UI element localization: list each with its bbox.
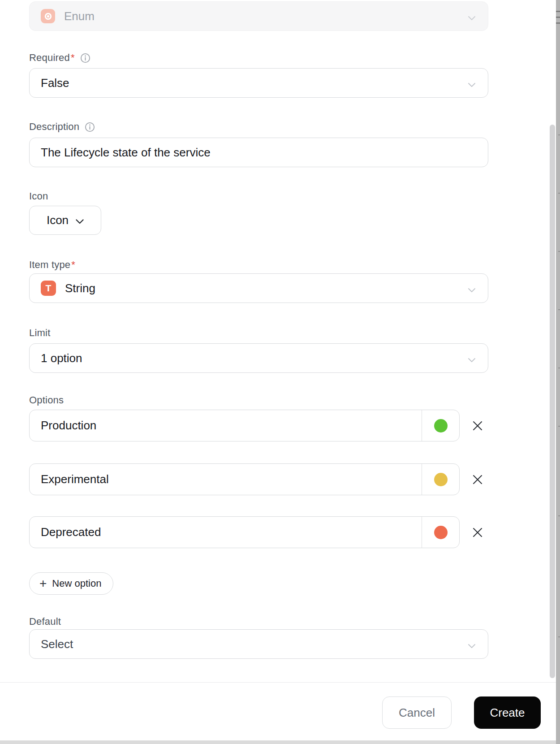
color-swatch [434, 419, 448, 433]
chevron-down-icon [76, 213, 84, 227]
icon-label: Icon [29, 190, 48, 202]
page-background-edge [556, 0, 560, 744]
option-input[interactable]: Deprecated [29, 516, 460, 548]
background-text-fragment [558, 515, 560, 516]
background-text-fragment [558, 193, 560, 194]
color-swatch [434, 526, 448, 539]
background-text-fragment [556, 11, 560, 12]
option-row: Production [29, 410, 488, 441]
background-text-fragment [558, 134, 560, 135]
option-color-picker[interactable] [422, 464, 459, 495]
options-label: Options [29, 394, 64, 406]
description-label: Description [29, 121, 79, 133]
option-color-picker[interactable] [422, 517, 459, 548]
option-input[interactable]: Experimental [29, 463, 460, 495]
chevron-down-icon [468, 76, 475, 90]
item-type-value: String [65, 281, 95, 295]
remove-option-button[interactable] [467, 469, 488, 490]
default-placeholder: Select [41, 637, 73, 651]
cancel-button[interactable]: Cancel [382, 696, 452, 729]
background-text-fragment [558, 636, 560, 637]
limit-select[interactable]: 1 option [29, 343, 488, 373]
required-value: False [41, 76, 69, 90]
default-label: Default [29, 616, 61, 627]
new-option-label: New option [52, 578, 101, 589]
create-button[interactable]: Create [474, 696, 541, 729]
property-type-select[interactable]: Enum [29, 1, 488, 31]
icon-picker-label: Icon [47, 213, 69, 227]
background-text-fragment [558, 426, 560, 427]
option-row: Deprecated [29, 516, 488, 548]
background-text-fragment [558, 368, 560, 368]
background-text-fragment [558, 251, 560, 252]
scrollbar-thumb[interactable] [550, 125, 555, 678]
option-input[interactable]: Production [29, 410, 460, 441]
chevron-down-icon [468, 9, 475, 23]
enum-record-icon [41, 9, 55, 23]
remove-option-button[interactable] [467, 522, 488, 543]
option-value: Experimental [30, 464, 422, 495]
description-value: The Lifecycle state of the service [41, 146, 211, 160]
property-type-value: Enum [64, 9, 95, 23]
background-text-fragment [558, 309, 560, 310]
default-select[interactable]: Select [29, 629, 488, 659]
remove-option-button[interactable] [467, 415, 488, 437]
plus-icon: + [39, 577, 47, 590]
color-swatch [434, 473, 448, 486]
new-option-button[interactable]: + New option [29, 572, 113, 595]
icon-picker-button[interactable]: Icon [29, 206, 101, 235]
info-icon[interactable] [80, 53, 90, 63]
info-icon[interactable] [85, 122, 95, 132]
limit-label: Limit [29, 327, 50, 339]
chevron-down-icon [468, 281, 475, 295]
required-select[interactable]: False [29, 68, 488, 98]
required-label: Required* [29, 52, 75, 64]
item-type-select[interactable]: T String [29, 273, 488, 303]
limit-value: 1 option [41, 351, 82, 365]
option-row: Experimental [29, 463, 488, 495]
chevron-down-icon [468, 351, 475, 365]
modal-footer: Cancel Create [0, 682, 556, 740]
string-type-icon: T [41, 281, 56, 296]
item-type-label: Item type* [29, 259, 75, 271]
option-value: Deprecated [30, 517, 422, 548]
create-property-modal: Enum Required* False D [0, 0, 556, 740]
description-input[interactable]: The Lifecycle state of the service [29, 138, 488, 167]
option-value: Production [30, 410, 422, 441]
item-type-asterisk: * [71, 259, 75, 270]
required-asterisk: * [71, 52, 75, 63]
background-text-fragment [556, 22, 560, 24]
page-background-bottom [0, 740, 556, 744]
background-text-fragment [556, 17, 560, 18]
option-color-picker[interactable] [422, 410, 459, 441]
modal-form: Enum Required* False D [0, 1, 488, 659]
chevron-down-icon [468, 637, 475, 651]
